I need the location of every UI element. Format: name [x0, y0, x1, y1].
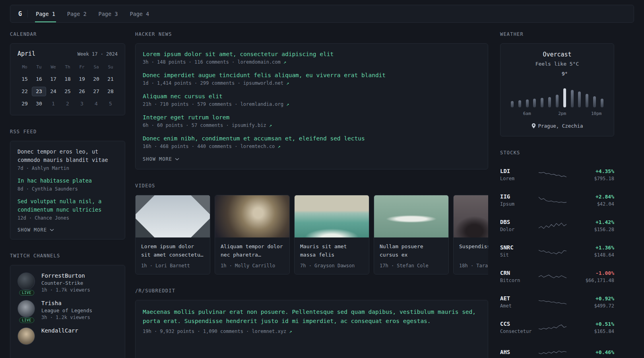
right-column: WEATHER Overcast Feels like 5°C 9° 6am 2…	[500, 31, 614, 358]
video-card[interactable]: Mauris sit amet massa felis 7h · Grayson…	[294, 195, 369, 274]
stock-row[interactable]: SNRC Sit +1.36% $148.64	[500, 241, 614, 261]
stock-ticker: LDI	[500, 168, 537, 174]
stock-row[interactable]: DBS Dolor +1.42% $156.28	[500, 216, 614, 235]
video-card[interactable]: Nullam posuere cursus ex 17h · Stefan Co…	[374, 195, 449, 274]
hn-show-more-button[interactable]: SHOW MORE	[143, 156, 481, 162]
hn-item-link[interactable]: Donec enim nibh, condimentum et accumsan…	[143, 135, 481, 142]
stock-price: $148.64	[572, 252, 614, 258]
stock-sparkline	[538, 194, 567, 206]
stock-change: +1.36%	[572, 245, 614, 251]
app-logo[interactable]: G	[18, 5, 22, 22]
calendar-day-header: Su	[103, 64, 118, 71]
rss-item-link[interactable]: Sed volutpat nulla nisl, a condimentum n…	[17, 197, 118, 214]
external-link-icon[interactable]: ↗	[283, 59, 286, 65]
twitch-channel[interactable]: KendallCarr	[17, 327, 118, 345]
rss-item-link[interactable]: Donec tempor eros leo, ut commodo mauris…	[17, 148, 118, 164]
stock-price: $165.84	[572, 329, 614, 334]
left-column: CALENDAR April Week 17 · 2024 Mo Tu We T…	[10, 31, 125, 358]
tab-page-2[interactable]: Page 2	[66, 5, 87, 22]
rss-item-meta: 8d · Cynthia Saunders	[17, 186, 118, 192]
video-meta: 7h · Grayson Dawson	[300, 263, 363, 268]
stock-price: $499.72	[572, 303, 614, 309]
tab-page-3[interactable]: Page 3	[98, 5, 119, 22]
twitch-channel[interactable]: LIVE ForrestBurton Counter-Strike 1h · 1…	[17, 272, 118, 293]
video-body: Nullam posuere cursus ex 17h · Stefan Co…	[374, 237, 448, 274]
hn-item-link[interactable]: Aliquam nec cursus elit	[143, 93, 481, 99]
channel-info: KendallCarr	[41, 327, 78, 345]
video-meta: 17h · Stefan Cole	[380, 263, 443, 268]
calendar-day: 4	[89, 99, 103, 109]
top-nav-bar: G Page 1 Page 2 Page 3 Page 4	[10, 5, 634, 23]
weather-bars: 9°	[511, 79, 603, 107]
calendar-day-header: Sa	[89, 64, 103, 71]
live-badge: LIVE	[19, 290, 34, 296]
twitch-section-title: TWITCH CHANNELS	[10, 253, 125, 259]
stock-row[interactable]: AHS +0.46%	[500, 343, 614, 358]
avatar-wrap: LIVE	[17, 272, 36, 293]
video-title: Nullam posuere cursus ex	[380, 242, 443, 259]
weather-location-label: Prague, Czechia	[538, 123, 583, 129]
time-label: 6am	[523, 111, 531, 116]
hacker-news-section-title: HACKER NEWS	[135, 31, 488, 37]
twitch-channel[interactable]: LIVE Trisha League of Legends 3h · 1.2k …	[17, 300, 118, 320]
stocks-list: LDI Lorem +4.35% $795.18 IIG Ipsum	[500, 165, 614, 358]
stock-sparkline	[538, 347, 567, 358]
channel-game: Counter-Strike	[41, 280, 90, 286]
tab-page-1[interactable]: Page 1	[35, 5, 56, 22]
rss-section-title: RSS FEED	[10, 129, 125, 134]
show-more-label: SHOW MORE	[17, 227, 47, 233]
rss-show-more-button[interactable]: SHOW MORE	[17, 227, 118, 233]
stock-ticker: AHS	[500, 349, 537, 355]
stock-ticker: AET	[500, 295, 537, 302]
calendar-day-header: Mo	[17, 64, 32, 71]
stock-name: Ipsum	[500, 201, 537, 207]
video-body: Aliquam tempor dolor nec pharetra… 1h · …	[215, 237, 289, 274]
video-card[interactable]: Aliquam tempor dolor nec pharetra… 1h · …	[215, 195, 290, 274]
calendar-day: 20	[89, 74, 103, 84]
calendar-day: 26	[75, 87, 89, 96]
tab-page-4[interactable]: Page 4	[129, 5, 150, 22]
stock-sparkline	[538, 270, 567, 282]
calendar-day-header: We	[46, 64, 60, 71]
weather-section-title: WEATHER	[500, 31, 614, 37]
stock-change: +2.84%	[572, 194, 614, 200]
stock-row[interactable]: LDI Lorem +4.35% $795.18	[500, 165, 614, 184]
hn-item: Donec imperdiet augue tincidunt felis al…	[143, 72, 481, 86]
stock-change: -1.00%	[572, 270, 614, 276]
avatar	[17, 300, 35, 317]
stock-ticker: IIG	[500, 193, 537, 200]
hn-item-link[interactable]: Donec imperdiet augue tincidunt felis al…	[143, 72, 481, 78]
stock-ticker: SNRC	[500, 244, 537, 251]
live-badge: LIVE	[19, 317, 34, 323]
video-meta: 1h · Molly Carrillo	[221, 263, 284, 268]
external-link-icon[interactable]: ↗	[286, 80, 289, 86]
external-link-icon[interactable]: ↗	[269, 123, 272, 128]
hn-item: Integer eget rutrum lorem 6h · 60 points…	[143, 114, 481, 128]
hn-item-link[interactable]: Integer eget rutrum lorem	[143, 114, 481, 121]
stock-row[interactable]: AET Amet +0.92% $499.72	[500, 292, 614, 311]
avatar-wrap: LIVE	[17, 300, 36, 320]
stock-row[interactable]: CRN Bitcorn -1.00% $66,171.48	[500, 267, 614, 286]
calendar-day: 24	[46, 87, 60, 96]
external-link-icon[interactable]: ↗	[289, 329, 292, 334]
stock-row[interactable]: IIG Ipsum +2.84% $42.04	[500, 191, 614, 210]
stock-name: Lorem	[500, 176, 537, 181]
external-link-icon[interactable]: ↗	[286, 101, 289, 107]
stock-row[interactable]: CCS Consectetur +0.51% $165.84	[500, 318, 614, 337]
calendar-day-selected: 23	[32, 87, 46, 96]
rss-item-link[interactable]: In hac habitasse platea	[17, 177, 118, 185]
hn-item-link[interactable]: Lorem ipsum dolor sit amet, consectetur …	[143, 51, 481, 57]
stock-price: $156.28	[572, 227, 614, 232]
external-link-icon[interactable]: ↗	[278, 144, 281, 149]
calendar-day: 27	[89, 87, 103, 96]
calendar-day: 19	[75, 74, 89, 84]
video-card[interactable]: Lorem ipsum dolor sit amet consectetu… 1…	[135, 195, 210, 274]
subreddit-post-link[interactable]: Maecenas mollis pulvinar erat non posuer…	[143, 307, 481, 326]
calendar-week-year: Week 17 · 2024	[78, 51, 118, 57]
video-card[interactable]: Suspendisse diam 18h · Tara	[453, 195, 488, 274]
video-body: Suspendisse diam 18h · Tara	[454, 237, 488, 274]
stock-change: +1.42%	[572, 219, 614, 225]
videos-row: Lorem ipsum dolor sit amet consectetu… 1…	[135, 195, 488, 274]
channel-game: League of Legends	[41, 307, 92, 313]
weather-location: Prague, Czechia	[507, 123, 607, 129]
